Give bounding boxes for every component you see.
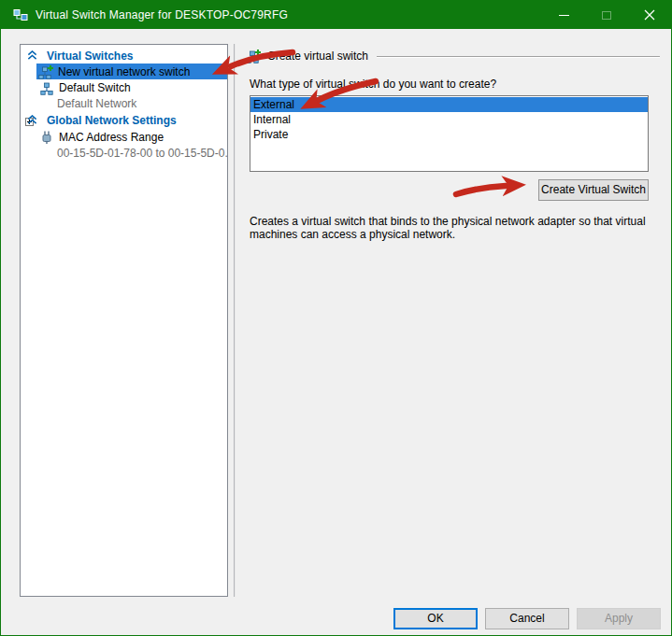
titlebar: Virtual Switch Manager for DESKTOP-OC79R… — [1, 1, 671, 29]
close-icon — [644, 9, 655, 21]
listbox-option-private[interactable]: Private — [250, 127, 648, 142]
tree-item-new-virtual-switch[interactable]: New virtual network switch — [36, 64, 228, 79]
new-virtual-switch-icon — [38, 64, 53, 79]
mac-address-icon — [39, 130, 54, 145]
minimize-button[interactable] — [542, 1, 585, 29]
collapse-chevron-icon — [27, 115, 37, 125]
create-switch-header: Create virtual switch — [246, 49, 660, 64]
virtual-switch-manager-window: Virtual Switch Manager for DESKTOP-OC79R… — [0, 0, 672, 636]
tree-item-mac-address-range[interactable]: MAC Address Range — [21, 129, 227, 145]
tree-item-label: New virtual network switch — [58, 65, 190, 78]
switch-type-description: Creates a virtual switch that binds to t… — [250, 215, 653, 241]
arrow-to-create-button — [456, 186, 506, 194]
section-label: Global Network Settings — [47, 114, 177, 127]
close-button[interactable] — [628, 1, 671, 29]
tree-item-default-switch[interactable]: Default Switch — [21, 79, 227, 95]
create-virtual-switch-button[interactable]: Create Virtual Switch — [538, 179, 649, 201]
virtual-switch-icon — [39, 80, 54, 95]
listbox-option-internal[interactable]: Internal — [250, 112, 648, 127]
minimize-icon — [559, 15, 569, 16]
section-label: Virtual Switches — [47, 49, 133, 63]
apply-button: Apply — [577, 608, 661, 629]
header-label: Create virtual switch — [267, 49, 368, 63]
default-switch-network: Default Network — [21, 95, 227, 111]
panel-splitter[interactable] — [234, 44, 236, 597]
collapse-chevron-icon — [27, 50, 37, 61]
new-virtual-switch-icon — [246, 49, 261, 64]
maximize-icon — [602, 11, 611, 20]
header-rule — [377, 56, 660, 58]
switch-tree-sidebar: Virtual Switches New virtual network swi… — [20, 44, 228, 597]
window-title: Virtual Switch Manager for DESKTOP-OC79R… — [36, 8, 288, 21]
caption-buttons — [542, 1, 671, 29]
tree-item-label: MAC Address Range — [59, 131, 164, 144]
hyperv-app-icon — [13, 7, 28, 22]
section-virtual-switches[interactable]: Virtual Switches — [21, 48, 227, 64]
maximize-button — [585, 1, 628, 29]
section-global-network-settings[interactable]: Global Network Settings — [21, 112, 227, 128]
cancel-button[interactable]: Cancel — [485, 608, 569, 629]
switch-type-listbox[interactable]: External Internal Private — [250, 95, 649, 172]
switch-type-question: What type of virtual switch do you want … — [250, 78, 496, 91]
ok-button[interactable]: OK — [393, 608, 478, 629]
listbox-option-external[interactable]: External — [250, 97, 648, 112]
mac-range-value: 00-15-5D-01-78-00 to 00-15-5D-0... — [21, 145, 227, 161]
tree-item-label: Default Switch — [59, 81, 131, 94]
